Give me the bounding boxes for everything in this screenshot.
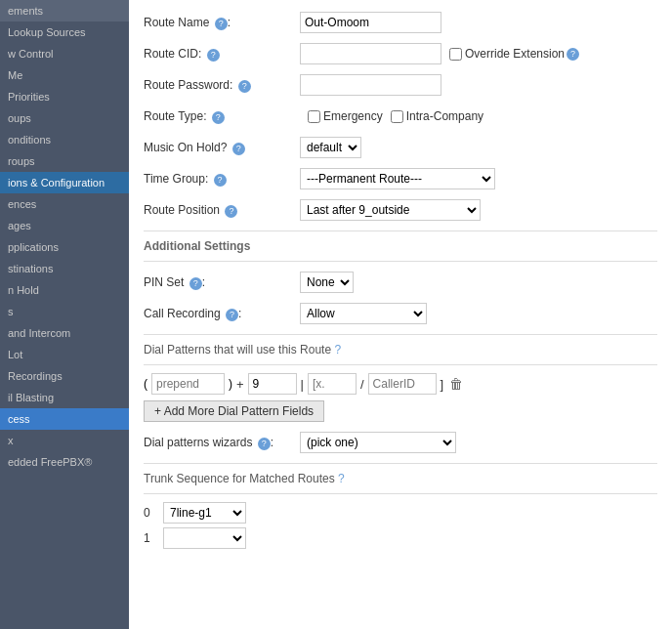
sidebar-item-applications[interactable]: pplications (0, 236, 129, 258)
trunk-sequence-section: Trunk Sequence for Matched Routes ? 0 7l… (144, 472, 657, 549)
override-extension-checkbox-label: Override Extension ? (449, 47, 579, 61)
sidebar-item-estinations[interactable]: stinations (0, 258, 129, 279)
time-group-label: Time Group: ? (144, 172, 300, 187)
dial-patterns-info-icon[interactable]: ? (334, 343, 341, 356)
divider-1 (144, 231, 657, 231)
override-extension-checkbox[interactable] (449, 48, 462, 61)
trunk-row-0: 0 7line-g1 (144, 502, 657, 524)
route-cid-label: Route CID: ? (144, 47, 300, 62)
route-cid-row: Route CID: ? Override Extension ? (144, 41, 657, 66)
pipe-sign: | (301, 377, 304, 392)
dial-patterns-header: Dial Patterns that will use this Route ? (144, 343, 657, 356)
dial-pattern-row-1: ( ) + | / ] 🗑 (144, 373, 657, 395)
emergency-checkbox-label: Emergency (308, 109, 383, 123)
dial-wizards-select[interactable]: (pick one) (300, 432, 456, 453)
delete-pattern-icon[interactable]: 🗑 (447, 375, 465, 393)
override-ext-help-icon[interactable]: ? (567, 48, 579, 61)
sidebar-item-and-intercom[interactable]: and Intercom (0, 322, 129, 344)
time-group-select[interactable]: ---Permanent Route--- (300, 168, 495, 189)
trunk-sequence-header: Trunk Sequence for Matched Routes ? (144, 472, 657, 485)
intra-company-checkbox-label: Intra-Company (391, 109, 483, 123)
sidebar-item-n-hold[interactable]: n Hold (0, 279, 129, 301)
call-recording-label: Call Recording ?: (144, 307, 300, 321)
time-group-row: Time Group: ? ---Permanent Route--- (144, 166, 657, 191)
music-on-hold-help-icon[interactable]: ? (232, 143, 245, 155)
sidebar-item-il-blasting[interactable]: il Blasting (0, 387, 129, 408)
divider-6 (144, 493, 657, 494)
sidebar-item-s[interactable]: s (0, 301, 129, 322)
route-position-row: Route Position ? Last after 9_outside (144, 197, 657, 223)
sidebar-item-ences[interactable]: ences (0, 193, 129, 215)
close-paren: ) (229, 377, 232, 391)
sidebar-item-me[interactable]: Me (0, 64, 129, 86)
sidebar-item-priorities[interactable]: Priorities (0, 86, 129, 107)
sidebar: ements Lookup Sources w Control Me Prior… (0, 0, 129, 629)
route-position-select[interactable]: Last after 9_outside (300, 199, 481, 221)
divider-2 (144, 261, 657, 262)
additional-settings-title: Additional Settings (144, 239, 657, 253)
trunk-index-0: 0 (144, 506, 157, 520)
sidebar-item-croups[interactable]: roups (0, 150, 129, 172)
music-on-hold-label: Music On Hold? ? (144, 141, 300, 155)
pin-set-help-icon[interactable]: ? (189, 277, 202, 290)
route-type-row: Route Type: ? Emergency Intra-Company (144, 104, 657, 129)
pin-set-label: PIN Set ?: (144, 275, 300, 290)
trunk-select-1[interactable] (163, 527, 246, 549)
music-on-hold-row: Music On Hold? ? default (144, 135, 657, 160)
dial-wizards-help-icon[interactable]: ? (258, 438, 271, 450)
sidebar-item-cess[interactable]: cess (0, 408, 129, 430)
route-position-help-icon[interactable]: ? (225, 205, 237, 218)
route-type-label: Route Type: ? (144, 109, 300, 124)
emergency-checkbox[interactable] (308, 110, 320, 123)
call-recording-select[interactable]: Allow Deny Don't Care Always Never (300, 303, 427, 324)
route-type-help-icon[interactable]: ? (212, 111, 225, 124)
route-cid-input[interactable] (300, 43, 441, 64)
pin-set-row: PIN Set ?: None (144, 270, 657, 295)
sidebar-item-lookup-sources[interactable]: Lookup Sources (0, 21, 129, 43)
route-name-help-icon[interactable]: ? (215, 18, 228, 30)
sidebar-item-groups[interactable]: oups (0, 107, 129, 129)
route-name-label: Route Name ?: (144, 16, 300, 30)
sidebar-item-lot[interactable]: Lot (0, 344, 129, 365)
open-paren: ( (144, 377, 147, 391)
sidebar-item-ages[interactable]: ages (0, 215, 129, 236)
dial-wizards-label: Dial patterns wizards ?: (144, 436, 300, 450)
route-name-input[interactable] (300, 12, 441, 33)
route-name-row: Route Name ?: (144, 10, 657, 35)
divider-5 (144, 463, 657, 464)
route-cid-help-icon[interactable]: ? (207, 49, 220, 62)
match-input[interactable] (248, 373, 297, 395)
call-recording-help-icon[interactable]: ? (226, 309, 238, 321)
sidebar-item-ions-configuration[interactable]: ions & Configuration (0, 172, 129, 193)
divider-3 (144, 334, 657, 335)
route-password-input[interactable] (300, 74, 441, 96)
slash-sign: / (360, 377, 364, 392)
intra-company-checkbox[interactable] (391, 110, 403, 123)
prepend-input[interactable] (151, 373, 225, 395)
sidebar-item-x[interactable]: x (0, 430, 129, 451)
pattern-input[interactable] (308, 373, 357, 395)
sidebar-item-announcements[interactable]: ements (0, 0, 129, 21)
bracket-sign: ] (441, 377, 444, 392)
trunk-sequence-info-icon[interactable]: ? (338, 472, 345, 485)
add-more-dial-pattern-button[interactable]: + Add More Dial Pattern Fields (144, 400, 324, 422)
route-password-help-icon[interactable]: ? (238, 80, 251, 93)
sidebar-item-conditions[interactable]: onditions (0, 129, 129, 150)
plus-sign: + (236, 377, 244, 392)
dial-wizards-row: Dial patterns wizards ?: (pick one) (144, 430, 657, 455)
sidebar-item-recordings[interactable]: Recordings (0, 365, 129, 387)
trunk-index-1: 1 (144, 531, 157, 545)
trunk-select-0[interactable]: 7line-g1 (163, 502, 246, 524)
route-password-row: Route Password: ? (144, 72, 657, 98)
dial-patterns-section: Dial Patterns that will use this Route ?… (144, 343, 657, 455)
divider-4 (144, 364, 657, 365)
trunk-row-1: 1 (144, 527, 657, 549)
time-group-help-icon[interactable]: ? (214, 174, 227, 187)
pin-set-select[interactable]: None (300, 272, 354, 293)
sidebar-item-w-control[interactable]: w Control (0, 43, 129, 64)
callerid-input[interactable] (368, 373, 437, 395)
main-content: Route Name ?: Route CID: ? Override Exte… (129, 0, 672, 629)
sidebar-item-edded-freepbx[interactable]: edded FreePBX® (0, 451, 129, 473)
route-password-label: Route Password: ? (144, 78, 300, 93)
music-on-hold-select[interactable]: default (300, 137, 361, 158)
